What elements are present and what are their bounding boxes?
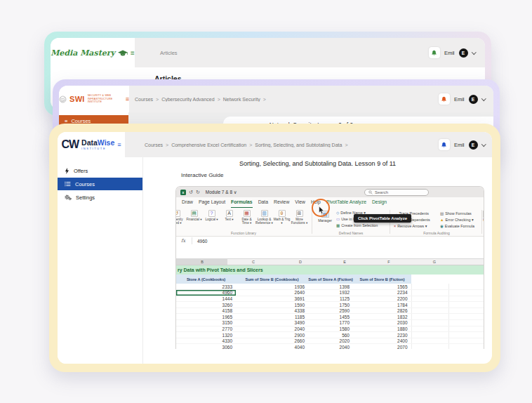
excel-tab-formulas[interactable]: Formulas — [231, 197, 253, 208]
pivot-header-cell: Sum of Store B (Fiction) — [353, 275, 411, 284]
ribbon-button-lookup-reference[interactable]: ▥Lookup & Reference ▾ — [255, 210, 273, 225]
ribbon-button-math-trig[interactable]: θMath & Trig ▾ — [273, 210, 291, 225]
watch-window-button[interactable]: ▣ Watch Window — [483, 211, 484, 222]
breadcrumb-item[interactable]: Courses — [145, 143, 163, 147]
ribbon-button-show-formulas[interactable]: ▤Show Formulas — [440, 211, 474, 216]
sidebar-item-settings[interactable]: Settings — [58, 191, 142, 204]
table-row: 1444369111252200 — [176, 296, 484, 302]
notifications-button[interactable] — [439, 139, 450, 150]
lesson-title: Sorting, Selecting, and Subtotaling Data… — [143, 160, 492, 167]
table-row: 3060404020402070 — [176, 344, 484, 349]
excel-tab-pivottable-analyze[interactable]: PivotTable Analyze — [326, 197, 366, 208]
chevron-down-icon[interactable] — [472, 50, 476, 54]
sidebar-item-offers[interactable]: Offers — [58, 164, 142, 177]
empty-cell — [448, 284, 484, 290]
hamburger-menu-icon[interactable]: ≡ — [131, 49, 135, 57]
datawise-monogram: CW — [61, 138, 79, 151]
swi-brand-sub2: INFRASTRUCTURE INSTITUTE — [88, 98, 123, 104]
column-headers[interactable]: BCDEFG — [176, 259, 484, 265]
workbook-name[interactable]: Module 7 & 8 ∨ — [206, 190, 237, 195]
ribbon-button-create-from-selection[interactable]: ▦Create from Selection — [336, 223, 378, 228]
bell-icon — [441, 142, 447, 148]
group-label-function-library: Function Library — [176, 231, 311, 235]
bell-icon — [431, 50, 437, 56]
breadcrumb-item[interactable]: Sorting, Selecting, and Subtotaling Data — [255, 143, 342, 147]
excel-search-box[interactable]: Search — [364, 189, 429, 196]
empty-cell — [448, 338, 484, 344]
notifications-button[interactable] — [439, 93, 450, 105]
breadcrumb-item[interactable]: Comprehensive Excel Certification — [171, 143, 246, 147]
table-row: 3150349017702030 — [176, 320, 484, 326]
pivot-header-cell: Sum of Store A (Fiction) — [308, 275, 353, 284]
chevron-down-icon[interactable] — [481, 96, 486, 100]
avatar[interactable]: E — [469, 95, 478, 104]
data-cell: 560 — [308, 332, 353, 338]
data-cell: 2230 — [353, 332, 411, 338]
sidebar-item-courses[interactable]: Courses — [58, 178, 142, 190]
mouse-cursor-icon — [319, 205, 324, 218]
search-icon — [368, 190, 373, 194]
data-cell: 2400 — [353, 338, 411, 344]
table-row: 2770204015801880 — [176, 326, 484, 332]
column-letter-g[interactable]: G — [433, 260, 436, 264]
ribbon-button-evaluate-formula[interactable]: ◉Evaluate Formula — [440, 223, 474, 229]
datawise-logo[interactable]: CW DataWise INSTITUTE ≡ — [58, 132, 125, 157]
swi-logo[interactable]: SWI SECURITY & WEB INFRASTRUCTURE INSTIT… — [59, 86, 129, 112]
media-mastery-logo[interactable]: Media Mastery ≡ — [51, 38, 135, 67]
excel-tab-draw[interactable]: Draw — [182, 197, 193, 208]
ribbon-button-error-checking[interactable]: ▲Error Checking ▾ — [440, 217, 474, 223]
ribbon-button-remove-arrows[interactable]: ×Remove Arrows ▾ — [394, 223, 430, 229]
breadcrumb-separator: > — [218, 97, 220, 102]
column-letter-e[interactable]: E — [343, 260, 346, 264]
data-cell: 1965 — [176, 314, 236, 320]
pivot-header-cell: Store A (Cookbooks) — [176, 275, 236, 284]
interactive-guide-label: Interactive Guide — [181, 172, 223, 178]
excel-tab-view[interactable]: View — [295, 197, 305, 208]
ribbon-button-date-time[interactable]: ▦Date & Time ▾ — [238, 210, 255, 225]
avatar[interactable]: E — [459, 48, 468, 58]
notifications-button[interactable] — [429, 47, 440, 58]
ribbon-button-financial[interactable]: ▤Financial ▾ — [185, 210, 203, 225]
empty-cell — [448, 320, 484, 326]
excel-tab-review[interactable]: Review — [274, 197, 289, 208]
empty-cell — [411, 344, 448, 349]
data-cell: 3150 — [176, 320, 236, 326]
table-row: 132029005602230 — [176, 332, 484, 338]
column-letter-d[interactable]: D — [299, 260, 302, 264]
undo-icon[interactable]: ↺ — [189, 190, 193, 194]
table-row: 4960264019322234 — [176, 290, 484, 296]
datawise-word-wise: Wise — [98, 138, 114, 147]
excel-tab-page-layout[interactable]: Page Layout — [199, 197, 225, 208]
excel-tab-design[interactable]: Design — [372, 197, 387, 208]
recently-used-icon: ↺ — [175, 210, 180, 217]
breadcrumb-item[interactable]: Network Security — [223, 97, 260, 102]
column-letter-f[interactable]: F — [387, 260, 390, 264]
breadcrumb-item[interactable]: Cybersecurity Advanced — [161, 97, 214, 102]
hamburger-menu-icon[interactable]: ≡ — [117, 141, 121, 148]
excel-tab-data[interactable]: Data — [258, 197, 268, 208]
data-cell: 1932 — [308, 290, 353, 296]
breadcrumb-item[interactable]: Courses — [135, 97, 153, 102]
empty-cell — [411, 314, 448, 320]
chevron-down-icon[interactable] — [481, 142, 486, 146]
formula-bar-value: 4960 — [197, 239, 207, 244]
avatar[interactable]: E — [469, 140, 478, 150]
formula-bar[interactable]: fx 4960 — [176, 237, 484, 259]
ribbon-button-logical[interactable]: ?Logical ▾ — [203, 210, 220, 225]
data-cell: 1936 — [236, 284, 308, 290]
breadcrumb-separator: > — [263, 97, 266, 102]
column-letter-c[interactable]: C — [252, 260, 255, 264]
ribbon-button-recently-used[interactable]: ↺Recently Used ▾ — [175, 210, 185, 225]
data-cell: 1565 — [353, 284, 411, 290]
define-name-icon: ◇ — [336, 211, 339, 215]
data-cell: 2200 — [353, 296, 411, 302]
swi-brand-text: SWI — [69, 95, 85, 103]
media-nav-articles[interactable]: Articles — [160, 50, 178, 56]
column-letter-b[interactable]: B — [201, 260, 204, 264]
empty-cell — [411, 284, 448, 290]
redo-icon[interactable]: ↻ — [196, 190, 200, 194]
ribbon-button-text[interactable]: AText ▾ — [220, 210, 238, 225]
excel-ribbon: ↺Recently Used ▾▤Financial ▾?Logical ▾AT… — [176, 208, 484, 237]
excel-guide-screenshot[interactable]: x ↺ ↻ Module 7 & 8 ∨ Search DrawPage Lay… — [175, 186, 484, 349]
ribbon-button-more-functions[interactable]: ⊞More Functions ▾ — [291, 210, 308, 225]
